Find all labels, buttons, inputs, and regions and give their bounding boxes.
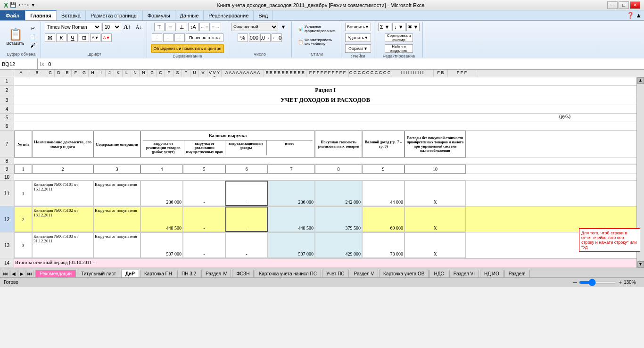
bold-button[interactable]: Ж xyxy=(45,33,55,42)
underline-button[interactable]: Ч xyxy=(67,33,78,42)
data-row2-col5[interactable]: - xyxy=(225,207,268,232)
delete-cells-button[interactable]: Удалить ▼ xyxy=(345,33,371,42)
tab-data[interactable]: Данные xyxy=(175,10,204,20)
font-size-select[interactable]: 10 xyxy=(102,23,121,31)
cut-button[interactable]: ✂ xyxy=(27,25,38,32)
merge-center-button[interactable]: Объединить и поместить в центре xyxy=(151,44,224,53)
format-painter-button[interactable]: 🖌 xyxy=(27,41,38,49)
zoom-slider[interactable] xyxy=(579,281,617,284)
quick-access-dropdown[interactable]: ▼ xyxy=(31,2,35,8)
data-row1-col3[interactable]: 286 000 xyxy=(140,181,183,206)
data-row2-col7[interactable]: 379 500 xyxy=(315,207,362,232)
data-row3-col4[interactable]: - xyxy=(183,232,225,258)
format-cells-button[interactable]: Формат ▼ xyxy=(345,44,371,53)
data-row3-col3[interactable]: 507 000 xyxy=(140,232,183,258)
decrease-font-button[interactable]: A↓ xyxy=(133,23,144,31)
tab-page-layout[interactable]: Разметка страницы xyxy=(86,10,143,20)
data-row3-col8[interactable]: 78 000 xyxy=(362,232,405,258)
tab-last-button[interactable]: ⏭ xyxy=(26,270,33,277)
conditional-format-button[interactable]: 📊 Условное форматирование xyxy=(296,23,338,34)
format-table-button[interactable]: 📋 Форматировать как таблицу xyxy=(296,36,338,48)
cell-reference[interactable]: BQ12 xyxy=(0,58,38,69)
data-row2-col9[interactable]: Х xyxy=(405,207,466,232)
zoom-out-button[interactable]: ─ xyxy=(573,279,577,286)
data-row1-col5[interactable]: - xyxy=(225,181,268,206)
quick-access-redo[interactable]: ↪ xyxy=(25,2,29,8)
tab-card-ov[interactable]: Карточка учета ОВ xyxy=(379,270,429,277)
data-row1-col4[interactable]: - xyxy=(183,181,225,206)
increase-font-button[interactable]: A↑ xyxy=(122,23,132,31)
tab-fszn[interactable]: ФСЗН xyxy=(232,270,254,277)
data-row1-col8[interactable]: 44 000 xyxy=(362,181,405,206)
align-right-button[interactable]: ≡ xyxy=(174,33,185,42)
zoom-in-button[interactable]: + xyxy=(619,279,622,286)
quick-access-undo[interactable]: ↩ xyxy=(18,2,23,8)
italic-button[interactable]: К xyxy=(56,33,66,42)
thousands-button[interactable]: 000 xyxy=(249,33,259,42)
data-row3-col6[interactable]: 507 000 xyxy=(268,232,315,258)
tab-section5[interactable]: Раздел V xyxy=(350,270,379,277)
sort-button[interactable]: Сортировка и фильтр xyxy=(385,33,413,42)
data-row2-col4[interactable]: - xyxy=(183,207,225,232)
tab-ps[interactable]: Учет ПС xyxy=(322,270,349,277)
align-left-button[interactable]: ≡ xyxy=(152,33,162,42)
copy-button[interactable]: 📄 xyxy=(27,33,38,41)
align-middle-button[interactable]: ≡ xyxy=(165,23,176,31)
tab-card-pn[interactable]: Карточка ПН xyxy=(140,270,176,277)
help-icon[interactable]: ❓ xyxy=(627,12,634,19)
percent-button[interactable]: % xyxy=(238,33,248,42)
scroll-down-button[interactable]: ▼ xyxy=(637,261,644,268)
indent-decrease-button[interactable]: ←≡ xyxy=(199,23,210,31)
scroll-up-button[interactable]: ▲ xyxy=(637,77,644,84)
tab-nds[interactable]: НДС xyxy=(429,270,448,277)
find-button[interactable]: Найти и выделить xyxy=(385,44,413,53)
increase-decimal-button[interactable]: .0→ xyxy=(260,33,271,42)
indent-increase-button[interactable]: ≡→ xyxy=(211,23,221,31)
tab-prev-button[interactable]: ◀ xyxy=(10,270,17,277)
paste-button[interactable]: 📋 Вставить xyxy=(5,25,26,49)
number-format-dropdown[interactable]: ▼ xyxy=(278,23,289,31)
tab-pn32[interactable]: ПН 3.2 xyxy=(177,270,200,277)
tab-first-button[interactable]: ⏮ xyxy=(2,270,9,277)
borders-button[interactable]: ⊞ xyxy=(79,33,89,42)
data-row3-col7[interactable]: 429 000 xyxy=(315,232,362,258)
formula-input[interactable] xyxy=(46,61,644,67)
tab-section-last[interactable]: Раздел! xyxy=(504,270,530,277)
fill-color-button[interactable]: А▼ xyxy=(90,33,100,42)
maximize-button[interactable]: □ xyxy=(619,1,629,9)
data-row1-col6[interactable]: 286 000 xyxy=(268,181,315,206)
tab-title-page[interactable]: Титульный лист xyxy=(77,270,120,277)
data-row2-col3[interactable]: 448 500 xyxy=(140,207,183,232)
data-row3-col9[interactable]: Х xyxy=(405,232,466,258)
fill-button[interactable]: ↓ ▼ xyxy=(392,23,405,31)
insert-cells-button[interactable]: Вставить ▼ xyxy=(345,23,371,31)
close-button[interactable]: ✕ xyxy=(630,1,640,9)
text-direction-button[interactable]: ↕A xyxy=(188,23,198,31)
minimize-button[interactable]: ─ xyxy=(607,1,618,9)
clear-button[interactable]: ✖ ▼ xyxy=(406,23,420,31)
tab-next-button[interactable]: ▶ xyxy=(18,270,25,277)
decrease-decimal-button[interactable]: ←.0 xyxy=(272,33,282,42)
tab-review[interactable]: Рецензирование xyxy=(204,10,254,20)
data-row1-col9[interactable]: Х xyxy=(405,181,466,206)
tab-insert[interactable]: Вставка xyxy=(57,10,86,20)
align-bottom-button[interactable]: ⊥ xyxy=(177,23,187,31)
number-format-select[interactable]: Финансовый xyxy=(231,23,278,31)
tab-formulas[interactable]: Формулы xyxy=(143,10,175,20)
tab-view[interactable]: Вид xyxy=(254,10,273,20)
tab-nd-io[interactable]: НД ИО xyxy=(480,270,504,277)
tab-dir[interactable]: ДиР xyxy=(121,270,139,277)
align-center-button[interactable]: ≡ xyxy=(163,33,173,42)
font-name-select[interactable]: Times New Roman xyxy=(45,23,101,31)
data-row3-col5[interactable]: - xyxy=(225,232,268,258)
sum-button[interactable]: Σ ▼ xyxy=(378,23,391,31)
data-row1-col7[interactable]: 242 000 xyxy=(315,181,362,206)
tab-card-ps[interactable]: Карточка учета начисл ПС xyxy=(255,270,321,277)
tab-file[interactable]: Файл xyxy=(0,10,25,20)
tab-section6[interactable]: Раздел VI xyxy=(449,270,479,277)
align-top-button[interactable]: ⊤ xyxy=(154,23,165,31)
quick-access-save[interactable]: 💾 xyxy=(10,2,17,8)
tab-recommendations[interactable]: Рекомендации xyxy=(35,270,76,277)
tab-home[interactable]: Главная xyxy=(25,10,57,20)
tab-section4[interactable]: Раздел IV xyxy=(201,270,231,277)
